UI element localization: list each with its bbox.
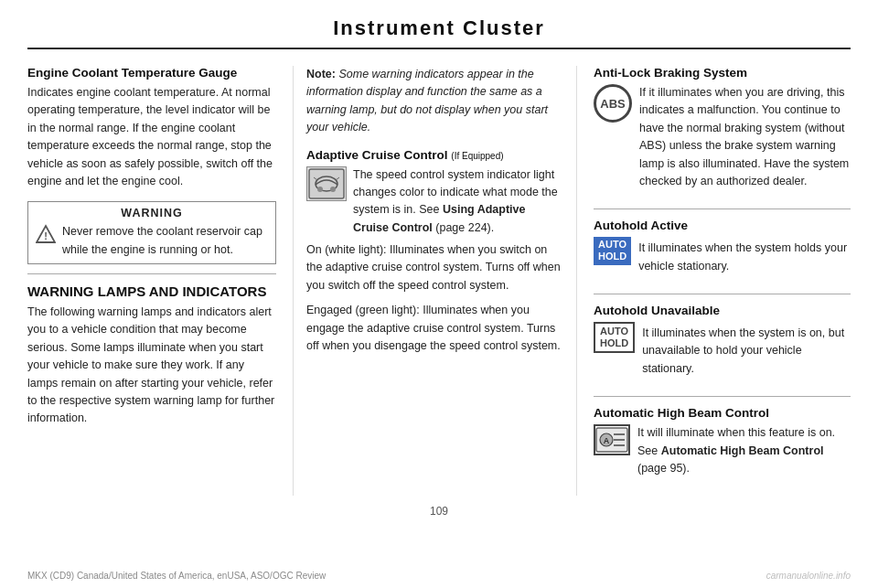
abs-title: Anti-Lock Braking System: [594, 66, 851, 80]
svg-text:A: A: [604, 436, 610, 445]
left-column: Engine Coolant Temperature Gauge Indicat…: [27, 66, 293, 496]
autohold-active-badge: AUTO HOLD: [594, 237, 631, 264]
adaptive-cruise-title: Adaptive Cruise Control (If Equipped): [306, 148, 563, 162]
divider-1: [27, 273, 276, 274]
high-beam-title: Automatic High Beam Control: [594, 406, 851, 420]
autohold-unavailable-badge: AUTO HOLD: [594, 322, 635, 353]
equipped-note: (If Equipped): [451, 151, 503, 161]
autohold-unavailable-content: AUTO HOLD It illuminates when the system…: [594, 322, 851, 385]
high-beam-body: It will illuminate when this feature is …: [637, 424, 851, 477]
abs-section: Anti-Lock Braking System ABS If it illum…: [594, 66, 851, 198]
engine-coolant-section: Engine Coolant Temperature Gauge Indicat…: [27, 66, 276, 190]
note-section: Note: Some warning indicators appear in …: [306, 66, 563, 137]
autohold-active-title: Autohold Active: [594, 219, 851, 232]
watermark: carmanualonline.info: [766, 571, 851, 581]
content-area: Engine Coolant Temperature Gauge Indicat…: [0, 49, 878, 496]
abs-body: If it illuminates when you are driving, …: [639, 84, 851, 190]
adaptive-cruise-engaged-green: Engaged (green light): Illuminates when …: [306, 302, 563, 355]
engine-coolant-title: Engine Coolant Temperature Gauge: [27, 66, 276, 80]
divider-4: [594, 396, 851, 397]
warning-lamps-title: WARNING LAMPS AND INDICATORS: [27, 283, 276, 299]
autohold-unavailable-title: Autohold Unavailable: [594, 304, 851, 317]
warning-text: Never remove the coolant reservoir cap w…: [62, 223, 268, 259]
high-beam-content: A It will illuminate when this feature i…: [594, 424, 851, 485]
autohold-unavailable-body: It illuminates when the system is on, bu…: [642, 322, 851, 378]
page-title: Instrument Cluster: [27, 16, 851, 40]
high-beam-section: Automatic High Beam Control A: [594, 406, 851, 485]
middle-column: Note: Some warning indicators appear in …: [293, 66, 576, 496]
cruise-control-icon: [306, 166, 347, 201]
page-header: Instrument Cluster: [27, 0, 851, 49]
svg-point-4: [317, 187, 323, 192]
note-body: Some warning indicators appear in the in…: [306, 68, 548, 134]
abs-icon: ABS: [594, 84, 632, 123]
adaptive-cruise-body: The speed control system indicator light…: [353, 166, 563, 238]
high-beam-icon: A: [594, 424, 630, 455]
page-footer: 109: [0, 496, 878, 522]
warning-box: WARNING ! Never remove the coolant reser…: [27, 201, 276, 264]
svg-text:!: !: [44, 230, 48, 241]
engine-coolant-body: Indicates engine coolant temperature. At…: [27, 84, 276, 190]
note-text: Note: Some warning indicators appear in …: [306, 66, 563, 137]
autohold-unavailable-section: Autohold Unavailable AUTO HOLD It illumi…: [594, 304, 851, 385]
divider-3: [594, 294, 851, 294]
warning-content: ! Never remove the coolant reservoir cap…: [36, 223, 268, 259]
warning-title: WARNING: [36, 207, 268, 219]
page-container: Instrument Cluster Engine Coolant Temper…: [0, 0, 878, 588]
adaptive-cruise-on-white: On (white light): Illuminates when you s…: [306, 241, 563, 294]
footer-info: MKX (CD9) Canada/United States of Americ…: [27, 571, 326, 581]
abs-content: ABS If it illuminates when you are drivi…: [594, 84, 851, 198]
adaptive-cruise-row: The speed control system indicator light…: [306, 166, 563, 238]
adaptive-cruise-section: Adaptive Cruise Control (If Equipped): [306, 148, 563, 356]
page-number: 109: [430, 505, 448, 518]
autohold-active-body: It illuminates when the system holds you…: [638, 237, 851, 275]
warning-icon: !: [36, 224, 56, 244]
warning-lamps-section: WARNING LAMPS AND INDICATORS The followi…: [27, 283, 276, 428]
svg-point-5: [330, 187, 336, 192]
note-label: Note:: [306, 68, 336, 80]
svg-rect-2: [309, 169, 344, 198]
right-column: Anti-Lock Braking System ABS If it illum…: [576, 66, 851, 496]
warning-lamps-body: The following warning lamps and indicato…: [27, 304, 276, 428]
divider-2: [594, 208, 851, 209]
autohold-active-content: AUTO HOLD It illuminates when the system…: [594, 237, 851, 283]
autohold-active-section: Autohold Active AUTO HOLD It illuminates…: [594, 219, 851, 283]
